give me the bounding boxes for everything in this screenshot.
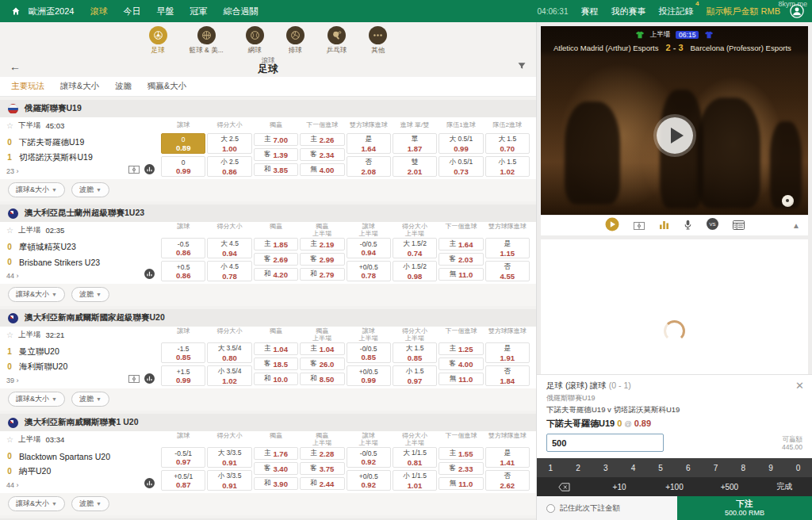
odds-cell[interactable]: 主1.55 [439, 447, 483, 460]
odds-cell[interactable]: 小 0.5/10.73 [439, 156, 483, 177]
play-icon[interactable] [605, 217, 619, 235]
odds-cell[interactable]: -0/0.50.92 [347, 447, 391, 468]
odds-cell[interactable]: 主1.25 [439, 342, 483, 355]
nav-item[interactable]: 冠軍 [190, 6, 207, 17]
market-filter-dropdown[interactable]: 讓球&大小▼ [8, 496, 65, 511]
odds-cell[interactable]: 客2.99 [300, 253, 344, 266]
favorite-star-icon[interactable]: ☆ [6, 226, 13, 235]
market-filter-dropdown[interactable]: 讓球&大小▼ [8, 182, 65, 197]
stats-circle-icon[interactable] [144, 164, 155, 174]
odds-cell[interactable]: 大 1/1.50.81 [393, 447, 437, 468]
odds-cell[interactable]: 無11.0 [439, 477, 483, 490]
live-video-player[interactable]: 上半場 06:15 Atletico Madrid (Arthur) Espor… [541, 26, 808, 215]
favorite-star-icon[interactable]: ☆ [6, 331, 13, 339]
team-row[interactable]: 0Brisbane Strikers U23 [6, 254, 161, 270]
vs-icon[interactable]: VS [707, 218, 718, 233]
league-header[interactable]: 俄羅斯聯賽U19 [0, 100, 536, 117]
pitch-icon[interactable] [128, 166, 140, 174]
keypad-digit[interactable]: 5 [647, 458, 675, 477]
odds-cell[interactable]: +0/0.50.78 [347, 261, 391, 281]
place-bet-button[interactable]: 下注 500.00 RMB [677, 496, 812, 520]
odds-cell[interactable]: 和2.79 [300, 268, 344, 281]
market-filter-dropdown[interactable]: 讓球&大小▼ [8, 392, 65, 407]
keypad-digit[interactable]: 6 [675, 458, 703, 477]
radio-icon[interactable] [546, 504, 555, 513]
nav-item[interactable]: 綜合過關 [223, 6, 258, 17]
market-tab[interactable]: 讓球&大小 [60, 81, 99, 92]
team-row[interactable]: 0海利斯聯U20 [6, 359, 161, 374]
play-button[interactable] [657, 117, 693, 154]
team-row[interactable]: 0Blacktown Spartans U20 [6, 449, 161, 464]
nav-item[interactable]: 今日 [123, 6, 140, 17]
market-filter-dropdown[interactable]: 波膽▼ [71, 182, 109, 197]
odds-cell[interactable]: +0/0.50.92 [347, 470, 391, 491]
team-row[interactable]: 0下諾夫哥羅德U19 [6, 135, 161, 150]
odds-cell[interactable]: 主1.85 [254, 238, 298, 250]
odds-cell[interactable]: 主7.00 [254, 133, 298, 146]
stake-input[interactable] [546, 434, 664, 452]
stats-circle-icon[interactable] [144, 373, 155, 384]
odds-cell[interactable]: 大 1.50.85 [393, 342, 437, 363]
more-markets-link[interactable]: 44 › [6, 272, 161, 280]
odds-cell[interactable]: 否2.62 [485, 470, 530, 491]
team-row[interactable]: 1曼立聯U20 [6, 344, 161, 359]
close-icon[interactable]: ✕ [795, 380, 804, 392]
favorite-star-icon[interactable]: ☆ [6, 121, 13, 130]
remember-stake-option[interactable]: 記住此次下註金額 [537, 496, 677, 520]
keypad-digit[interactable]: 3 [592, 458, 619, 477]
sport-tab[interactable]: 其他 [369, 26, 387, 55]
odds-cell[interactable]: 和4.20 [254, 268, 298, 281]
odds-cell[interactable]: 是1.64 [347, 133, 391, 154]
mic-icon[interactable] [684, 219, 692, 233]
odds-cell[interactable]: 否1.84 [485, 365, 530, 386]
odds-cell[interactable]: 無11.0 [439, 268, 483, 281]
show-balance-toggle[interactable]: 顯示帳戶金額 RMB [707, 6, 781, 17]
nav-right-item[interactable]: 投注記錄4 [659, 6, 694, 17]
keypad-digit[interactable]: 1 [537, 458, 565, 477]
odds-cell[interactable]: +0/0.50.99 [347, 365, 391, 386]
odds-cell[interactable]: 客26.0 [300, 358, 344, 370]
keypad-digit[interactable]: 0 [784, 458, 812, 477]
odds-cell[interactable]: 小 1.5/20.98 [393, 261, 437, 281]
stats-circle-icon[interactable] [144, 269, 155, 279]
odds-cell[interactable]: 是1.41 [485, 447, 530, 468]
odds-cell[interactable]: 小 3.5/41.02 [207, 365, 251, 386]
odds-cell[interactable]: 否2.08 [347, 156, 391, 177]
odds-cell[interactable]: -0/0.50.94 [347, 238, 391, 258]
keypad-increment-key[interactable]: +100 [647, 477, 702, 496]
odds-cell[interactable]: 無11.0 [439, 373, 483, 385]
odds-cell[interactable]: +0.50.86 [161, 261, 205, 281]
odds-cell[interactable]: 和8.50 [300, 373, 344, 385]
team-row[interactable]: 0納平U20 [6, 464, 161, 479]
collapse-chevron-icon[interactable]: ▲ [792, 221, 800, 230]
sport-tab[interactable]: 籃球 & 美... [190, 26, 224, 55]
market-tab[interactable]: 獨贏&大小 [147, 81, 186, 92]
nav-item[interactable]: 早盤 [156, 6, 174, 17]
odds-cell[interactable]: 小 3/3.50.91 [207, 470, 251, 491]
odds-cell[interactable]: 主2.26 [300, 133, 344, 146]
keypad-digit[interactable]: 4 [619, 458, 647, 477]
market-filter-dropdown[interactable]: 波膽▼ [71, 287, 109, 302]
odds-cell[interactable]: -1.50.85 [161, 342, 205, 363]
odds-cell[interactable]: 雙2.01 [393, 156, 437, 177]
team-row[interactable]: 1切塔諾沃莫斯科U19 [6, 150, 161, 165]
odds-cell[interactable]: 大 1.50.70 [485, 133, 530, 154]
odds-cell[interactable]: 和3.90 [254, 477, 298, 490]
more-markets-link[interactable]: 44 › [6, 481, 161, 489]
keypad-digit[interactable]: 8 [730, 458, 757, 477]
odds-cell[interactable]: 主2.28 [300, 447, 344, 460]
market-tab[interactable]: 主要玩法 [11, 81, 44, 92]
odds-cell[interactable]: 單1.87 [393, 133, 437, 154]
odds-cell[interactable]: 00.99 [161, 156, 205, 177]
backspace-key[interactable] [537, 477, 592, 496]
league-header[interactable]: 澳大利亞新南威爾斯聯賽1 U20 [0, 414, 536, 431]
odds-cell[interactable]: 大 2.51.00 [207, 133, 251, 154]
keypad-digit[interactable]: 9 [757, 458, 785, 477]
keypad-increment-key[interactable]: +500 [702, 477, 756, 496]
pitch-icon[interactable] [634, 219, 645, 233]
odds-cell[interactable]: 小 1.50.97 [393, 365, 437, 386]
odds-cell[interactable]: 大 1.5/20.74 [393, 238, 437, 258]
odds-cell[interactable]: 主1.64 [439, 238, 483, 250]
market-filter-dropdown[interactable]: 波膽▼ [71, 392, 109, 407]
stats-icon[interactable] [733, 219, 745, 233]
